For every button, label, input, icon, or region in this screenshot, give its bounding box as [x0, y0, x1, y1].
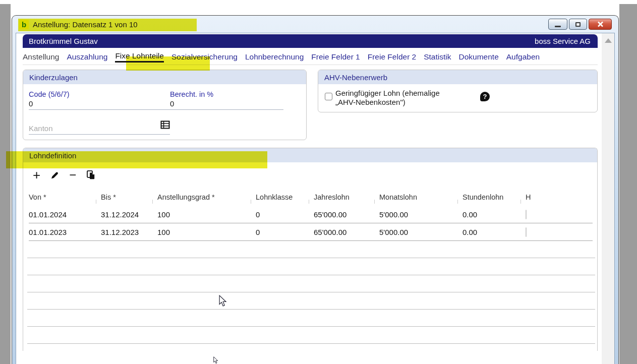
cell-von: 01.01.2024 [29, 210, 101, 219]
lohndefinition-table: Von * Bis * Anstellungsgrad * Lohnklasse… [23, 189, 597, 344]
code-field-label: Code (5/6/7) [29, 90, 170, 98]
col-header-anstellungsgrad: Anstellungsgrad * [157, 193, 256, 201]
lookup-list-icon[interactable] [160, 120, 170, 130]
col-header-von: Von * [29, 193, 101, 201]
close-icon [597, 21, 604, 27]
window-titlebar[interactable]: b Anstellung: Datensatz 1 von 10 [12, 16, 618, 33]
table-row[interactable]: 01.01.2023 31.12.2023 100 0 65'000.00 5'… [29, 223, 593, 241]
restore-button[interactable] [569, 19, 587, 30]
empty-table-row[interactable] [27, 292, 595, 310]
lohndefinition-toolbar: + − [33, 168, 597, 182]
cell-monatslohn: 5'000.00 [379, 228, 462, 236]
cell-monatslohn: 5'000.00 [379, 210, 462, 219]
tab-anstellung[interactable]: Anstellung [23, 52, 59, 62]
screenshot-stage: b Anstellung: Datensatz 1 von 10 Brotkrü… [0, 0, 637, 364]
empty-table-row[interactable] [27, 310, 595, 327]
edit-row-button[interactable] [50, 170, 60, 180]
add-row-button[interactable]: + [33, 170, 40, 180]
kinderzulagen-panel-title: Kinderzulagen [23, 70, 306, 84]
tab-auszahlung[interactable]: Auszahlung [67, 52, 107, 62]
berecht-field-value[interactable]: 0 [170, 99, 283, 110]
edit-pencil-icon [50, 170, 60, 180]
tab-freie-felder-1[interactable]: Freie Felder 1 [311, 52, 360, 62]
cell-stundenlohn: 0.00 [462, 228, 526, 236]
cell-lohnklasse: 0 [256, 228, 314, 236]
col-header-bis: Bis * [101, 193, 157, 201]
kanton-field-placeholder[interactable]: Kanton [29, 124, 170, 135]
code-field-value[interactable]: 0 [29, 99, 170, 110]
minimize-icon [555, 26, 561, 27]
record-company-name: boss Service AG [535, 37, 591, 45]
close-button[interactable] [589, 19, 612, 30]
tab-freie-felder-2[interactable]: Freie Felder 2 [368, 52, 416, 62]
empty-table-row[interactable] [27, 327, 595, 344]
app-icon: b [19, 20, 29, 29]
empty-table-row[interactable] [27, 258, 595, 275]
col-header-stundenlohn: Stundenlohn [462, 193, 526, 201]
ahv-nebenerwerb-panel: AHV-Nebenerwerb Geringfügiger Lohn (ehem… [318, 70, 598, 112]
tab-statistik[interactable]: Statistik [424, 52, 451, 62]
cell-jahreslohn: 65'000.00 [314, 228, 379, 236]
col-header-h: H [526, 193, 593, 201]
cell-stundenlohn: 0.00 [462, 210, 526, 219]
cell-anstellungsgrad: 100 [157, 210, 256, 219]
table-row[interactable]: 01.01.2024 31.12.2024 100 0 65'000.00 5'… [29, 206, 593, 223]
cell-anstellungsgrad: 100 [157, 228, 256, 236]
scroll-up-icon[interactable] [605, 38, 612, 43]
tab-lohnberechnung[interactable]: Lohnberechnung [245, 52, 304, 62]
restore-icon [575, 22, 581, 27]
lohndefinition-panel: Lohndefinition + − [23, 148, 598, 351]
app-window: b Anstellung: Datensatz 1 von 10 Brotkrü… [12, 15, 619, 364]
empty-table-row[interactable] [27, 275, 595, 292]
cell-lohnklasse: 0 [256, 210, 314, 219]
vertical-scrollbar[interactable] [602, 33, 614, 364]
window-client-area: Brotkrümmel Gustav boss Service AG Anste… [16, 33, 615, 364]
code-field[interactable]: Code (5/6/7) 0 [29, 90, 170, 110]
help-icon[interactable]: ? [480, 92, 490, 101]
cell-jahreslohn: 65'000.00 [314, 210, 379, 219]
berecht-field-label: Berecht. in % [170, 90, 283, 98]
desktop-background-right [619, 4, 637, 364]
tab-fixe-lohnteile[interactable]: Fixe Lohnteile [115, 51, 164, 63]
ahv-panel-title: AHV-Nebenerwerb [318, 70, 597, 84]
tab-sozialversicherung[interactable]: Sozialversicherung [171, 52, 238, 62]
cell-bis: 31.12.2023 [101, 228, 157, 236]
col-header-jahreslohn: Jahreslohn [314, 193, 379, 201]
tab-bar: Anstellung Auszahlung Fixe Lohnteile Soz… [23, 51, 598, 65]
tab-aufgaben[interactable]: Aufgaben [506, 52, 540, 62]
h-checkbox[interactable] [526, 210, 527, 219]
window-title: Anstellung: Datensatz 1 von 10 [33, 20, 138, 29]
record-header-bar: Brotkrümmel Gustav boss Service AG [23, 34, 598, 48]
col-header-lohnklasse: Lohnklasse [256, 193, 314, 201]
desktop-background-left [0, 4, 11, 364]
lohndefinition-panel-title: Lohndefinition [23, 148, 597, 162]
minimize-button[interactable] [548, 19, 567, 30]
h-checkbox[interactable] [526, 227, 527, 237]
cell-bis: 31.12.2024 [101, 210, 157, 219]
delete-row-button[interactable]: − [69, 170, 76, 180]
geringfuegiger-lohn-label: Geringfügiger Lohn (ehemalige „AHV-Neben… [335, 89, 464, 107]
tab-dokumente[interactable]: Dokumente [458, 52, 498, 62]
copy-row-button[interactable] [86, 170, 96, 180]
kanton-field[interactable]: Kanton [29, 123, 170, 135]
copy-document-icon [86, 170, 96, 180]
record-person-name: Brotkrümmel Gustav [29, 37, 98, 45]
geringfuegiger-lohn-checkbox[interactable] [325, 93, 332, 100]
col-header-monatslohn: Monatslohn [379, 193, 462, 201]
table-header-row: Von * Bis * Anstellungsgrad * Lohnklasse… [29, 189, 593, 206]
empty-table-row[interactable] [27, 241, 595, 258]
kinderzulagen-panel: Kinderzulagen Code (5/6/7) 0 Berecht. in… [23, 70, 307, 140]
berecht-field[interactable]: Berecht. in % 0 [170, 90, 283, 110]
cell-von: 01.01.2023 [29, 228, 101, 236]
